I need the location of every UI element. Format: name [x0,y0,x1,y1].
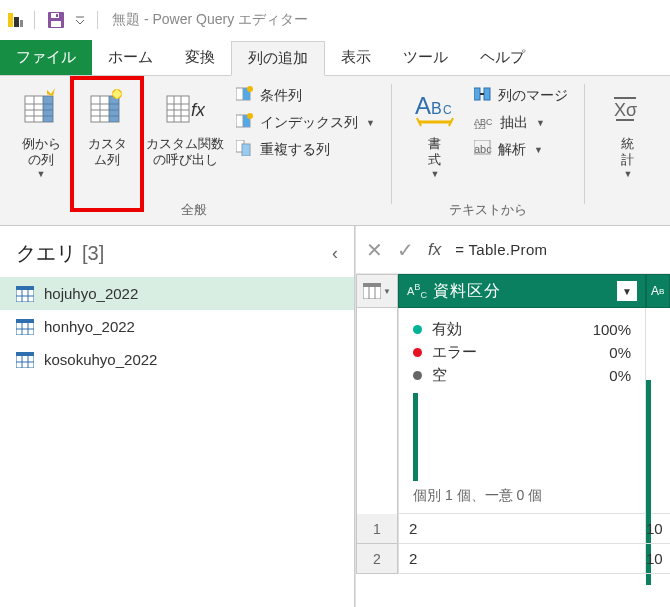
fx-icon[interactable]: fx [428,240,441,260]
statistics-button[interactable]: Xσ 統 計 ▼ [597,80,659,179]
svg-rect-45 [484,88,490,100]
parse-icon: abc [474,140,492,159]
query-item[interactable]: hojuhyo_2022 [0,277,354,310]
custom-column-button[interactable]: カスタ ム列 [76,80,138,167]
column-profile-partial [646,308,670,514]
collapse-pane-button[interactable]: ‹ [332,243,338,264]
profile-empty-pct: 0% [609,367,631,384]
column-from-examples-button[interactable]: 例から の列 ▼ [10,80,72,179]
window-title: 無題 - Power Query エディター [112,11,308,29]
formula-text[interactable]: = Table.Prom [455,241,547,258]
app-logo-icon [6,11,24,29]
svg-point-33 [247,86,253,92]
duplicate-column-button[interactable]: 重複する列 [232,138,379,161]
column-filter-button[interactable]: ▼ [617,281,637,301]
chevron-down-icon: ▼ [623,169,632,179]
grid-body: 1 2 10 2 2 10 [356,514,670,574]
quick-access-dropdown[interactable] [73,9,87,31]
tab-add-column[interactable]: 列の追加 [231,41,325,76]
text-type-icon: ABC [407,282,427,300]
table-icon [16,352,34,368]
svg-text:fx: fx [191,100,205,120]
cell-partial[interactable]: 10 [646,514,670,544]
select-all-corner[interactable]: ▼ [356,274,398,308]
button-label: 書 式 [428,136,441,167]
profile-distribution-bar [413,393,631,481]
column-profile-row: 有効 100% エラー 0% 空 0% 個別 1 個、一意 0 個 [356,308,670,514]
column-name: 資料区分 [433,281,501,302]
button-label: 解析 [498,141,526,159]
cell[interactable]: 2 [398,544,646,574]
ribbon-group-general: 例から の列 ▼ カスタ ム列 fx カスタム関数 の呼び出し 条件列 [10,80,379,225]
data-area: ✕ ✓ fx = Table.Prom ▼ ABC 資料区分 ▼ AB [355,226,670,607]
svg-rect-40 [242,144,250,156]
tab-file[interactable]: ファイル [0,40,92,75]
column-header-partial[interactable]: AB [646,274,670,308]
title-bar: 無題 - Power Query エディター [0,0,670,40]
query-name: hojuhyo_2022 [44,285,138,302]
cancel-formula-button[interactable]: ✕ [366,238,383,262]
svg-text:C: C [443,103,452,117]
empty-dot-icon [413,371,422,380]
ribbon-group-separator [391,84,392,204]
svg-rect-5 [51,21,61,27]
profile-empty-label: 空 [432,366,447,385]
merge-columns-button[interactable]: 列のマージ [470,84,572,107]
column-from-examples-icon [21,84,61,132]
svg-rect-54 [16,286,34,290]
tab-tools[interactable]: ツール [387,40,464,75]
cell[interactable]: 2 [398,514,646,544]
valid-dot-icon [413,325,422,334]
chevron-down-icon: ▼ [383,287,391,296]
invoke-custom-function-button[interactable]: fx カスタム関数 の呼び出し [142,80,228,167]
ribbon-group-label: 全般 [10,198,379,225]
queries-title: クエリ [16,240,76,267]
tab-view[interactable]: 表示 [325,40,387,75]
chevron-down-icon: ▼ [534,145,543,155]
ribbon-group-separator [584,84,585,204]
profile-valid-pct: 100% [593,321,631,338]
svg-rect-14 [43,96,53,122]
parse-button[interactable]: abc 解析 ▼ [470,138,572,161]
titlebar-divider [97,11,98,29]
column-profile[interactable]: 有効 100% エラー 0% 空 0% 個別 1 個、一意 0 個 [398,308,646,514]
tab-transform[interactable]: 変換 [169,40,231,75]
table-row[interactable]: 2 2 10 [356,544,670,574]
button-label: 統 計 [621,136,634,167]
format-button[interactable]: ABC 書 式 ▼ [404,80,466,179]
save-button[interactable] [45,9,67,31]
svg-text:B: B [431,100,442,117]
ribbon-tabs: ファイル ホーム 変換 列の追加 表示 ツール ヘルプ [0,40,670,76]
query-item[interactable]: honhyo_2022 [0,310,354,343]
tab-help[interactable]: ヘルプ [464,40,541,75]
extract-button[interactable]: ABC123 抽出 ▼ [470,111,572,134]
cell-partial[interactable]: 10 [646,544,670,574]
row-number: 1 [356,514,398,544]
ribbon-group-stats: Xσ 統 計 ▼ [597,80,659,225]
profile-error-pct: 0% [609,344,631,361]
conditional-column-button[interactable]: 条件列 [232,84,379,107]
index-column-icon [236,113,254,132]
query-item[interactable]: kosokuhyo_2022 [0,343,354,376]
merge-columns-icon [474,86,492,105]
query-name: kosokuhyo_2022 [44,351,157,368]
error-dot-icon [413,348,422,357]
svg-rect-1 [14,17,19,27]
index-column-button[interactable]: インデックス列 ▼ [232,111,379,134]
confirm-formula-button[interactable]: ✓ [397,238,414,262]
svg-rect-69 [363,283,381,287]
custom-column-icon [87,84,127,132]
query-name: honhyo_2022 [44,318,135,335]
svg-text:Xσ: Xσ [614,100,637,120]
button-label: カスタ ム列 [88,136,127,167]
queries-header: クエリ [3] ‹ [0,226,354,277]
column-header[interactable]: ABC 資料区分 ▼ [398,274,646,308]
profile-gutter [356,308,398,514]
button-label: 重複する列 [260,141,330,159]
svg-text:abc: abc [474,143,492,155]
svg-rect-44 [474,88,480,100]
extract-icon: ABC123 [474,113,494,132]
table-row[interactable]: 1 2 10 [356,514,670,544]
tab-home[interactable]: ホーム [92,40,169,75]
ribbon: 例から の列 ▼ カスタ ム列 fx カスタム関数 の呼び出し 条件列 [0,76,670,226]
